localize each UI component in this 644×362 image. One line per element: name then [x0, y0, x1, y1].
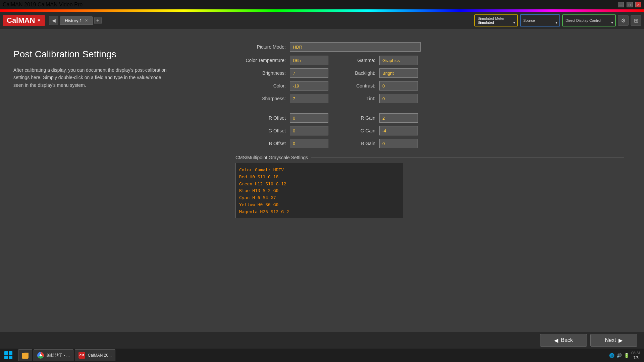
g-gain-label: G Gain	[348, 128, 375, 133]
app-header: CalMAN ▼ ◀ History 1 ✕ + Simulated Meter…	[0, 12, 644, 29]
r-offset-input[interactable]	[290, 113, 328, 123]
source-dropdown-arrow: ▼	[555, 21, 558, 24]
display-label: Direct Display Control	[566, 18, 612, 22]
network-icon: 🌐	[609, 353, 614, 358]
gamma-input[interactable]	[379, 56, 418, 65]
g-offset-label: G Offset	[235, 128, 286, 133]
cms-label: CMS/Multipoint Grayscale Settings	[235, 155, 624, 160]
clock-time: 08:31	[631, 351, 641, 355]
color-temp-label: Color Temperature:	[235, 58, 286, 63]
history-tab-close[interactable]: ✕	[85, 18, 88, 23]
b-gain-input[interactable]	[379, 139, 418, 148]
contrast-group: Contrast:	[348, 81, 418, 90]
page-title: Post Calibration Settings	[13, 49, 201, 60]
backlight-group: Backlight:	[348, 68, 418, 78]
brightness-group: Brightness:	[235, 68, 328, 78]
history-tab[interactable]: History 1 ✕	[60, 16, 93, 25]
tint-input[interactable]	[379, 94, 418, 103]
calman-taskbar-icon: CM	[78, 352, 85, 359]
cms-textarea[interactable]	[235, 163, 403, 218]
next-label: Next	[605, 337, 616, 343]
r-gain-group: R Gain	[348, 113, 418, 123]
source-dropdown[interactable]: Source ▼	[520, 14, 560, 26]
add-tab-button[interactable]: +	[94, 17, 102, 24]
contrast-input[interactable]	[379, 81, 418, 90]
color-contrast-row: Color: Contrast:	[235, 81, 624, 90]
picture-mode-row: Picture Mode:	[235, 42, 624, 52]
tint-group: Tint:	[348, 94, 418, 103]
rainbow-bar	[0, 9, 644, 12]
taskbar-calman[interactable]: CM CalMAN 20...	[75, 349, 115, 361]
contrast-label: Contrast:	[348, 83, 375, 88]
sharpness-input[interactable]	[290, 94, 328, 103]
gear-icon: ⚙	[621, 17, 626, 24]
b-offset-gain-row: B Offset B Gain	[235, 139, 624, 148]
left-panel: Post Calibration Settings After calibrat…	[0, 29, 215, 345]
taskbar-items: 編輯貼子 - ... CM CalMAN 20...	[17, 349, 606, 361]
g-gain-input[interactable]	[379, 126, 418, 135]
display-dropdown[interactable]: Direct Display Control ▼	[562, 14, 616, 26]
b-offset-label: B Offset	[235, 141, 286, 146]
maximize-button[interactable]: □	[627, 2, 633, 7]
meter-dropdown-arrow: ▼	[513, 21, 516, 24]
close-button[interactable]: ✕	[635, 2, 641, 7]
r-offset-label: R Offset	[235, 115, 286, 121]
b-offset-group: B Offset	[235, 139, 328, 148]
meter-value: Simulated	[478, 20, 515, 24]
color-temp-input[interactable]	[290, 56, 328, 65]
color-temp-group: Color Temperature:	[235, 56, 328, 65]
cms-section: CMS/Multipoint Grayscale Settings	[235, 155, 624, 220]
brightness-input[interactable]	[290, 68, 328, 78]
logo-dropdown-arrow: ▼	[37, 18, 41, 23]
back-button[interactable]: ◀ Back	[540, 334, 587, 347]
backlight-input[interactable]	[379, 68, 418, 78]
grid-icon: ⊞	[634, 17, 638, 24]
taskbar-chrome[interactable]: 編輯貼子 - ...	[34, 349, 73, 361]
g-offset-input[interactable]	[290, 126, 328, 135]
nav-right: Simulated Meter Simulated ▼ Source ▼ Dir…	[474, 14, 641, 26]
history-tab-label: History 1	[65, 18, 82, 23]
r-gain-label: R Gain	[348, 115, 375, 121]
brightness-label: Brightness:	[235, 70, 286, 76]
g-gain-group: G Gain	[348, 126, 418, 135]
system-clock: 08:31 7/5	[631, 351, 641, 360]
color-label: Color:	[235, 83, 286, 88]
sharpness-label: Sharpness:	[235, 96, 286, 101]
system-tray: 🌐 🔊 🔋 08:31 7/5	[606, 351, 644, 360]
color-group: Color:	[235, 81, 328, 90]
picture-mode-input[interactable]	[290, 42, 421, 52]
chrome-icon	[37, 352, 44, 359]
nav-left: ◀ History 1 ✕ +	[49, 16, 470, 25]
settings-icon-button[interactable]: ⚙	[618, 15, 629, 26]
gamma-group: Gamma:	[348, 56, 418, 65]
gamma-label: Gamma:	[348, 58, 375, 63]
r-gain-input[interactable]	[379, 113, 418, 123]
nav-back-button[interactable]: ◀	[49, 16, 58, 25]
b-offset-input[interactable]	[290, 139, 328, 148]
b-gain-label: B Gain	[348, 141, 375, 146]
grid-icon-button[interactable]: ⊞	[631, 15, 641, 26]
bottom-nav-bar: ◀ Back Next ▶	[0, 332, 644, 349]
sharpness-tint-row: Sharpness: Tint:	[235, 94, 624, 103]
color-input[interactable]	[290, 81, 328, 90]
picture-mode-label: Picture Mode:	[235, 44, 286, 50]
g-offset-gain-row: G Offset G Gain	[235, 126, 624, 135]
back-arrow-icon: ◀	[554, 337, 558, 344]
logo-text: CalMAN	[7, 16, 35, 25]
main-content: Post Calibration Settings After calibrat…	[0, 29, 644, 345]
color-temp-gamma-row: Color Temperature: Gamma:	[235, 56, 624, 65]
calman-logo[interactable]: CalMAN ▼	[3, 15, 45, 26]
g-offset-group: G Offset	[235, 126, 328, 135]
b-gain-group: B Gain	[348, 139, 418, 148]
r-offset-gain-row: R Offset R Gain	[235, 113, 624, 123]
windows-logo-icon	[4, 351, 12, 359]
title-bar-controls: — □ ✕	[618, 2, 641, 7]
taskbar-folder[interactable]	[18, 349, 32, 361]
meter-dropdown[interactable]: Simulated Meter Simulated ▼	[474, 14, 518, 26]
minimize-button[interactable]: —	[618, 2, 624, 7]
start-button[interactable]	[0, 349, 17, 362]
folder-icon	[22, 352, 29, 359]
source-label: Source	[523, 18, 557, 22]
next-button[interactable]: Next ▶	[590, 334, 637, 347]
volume-icon: 🔊	[616, 353, 622, 358]
